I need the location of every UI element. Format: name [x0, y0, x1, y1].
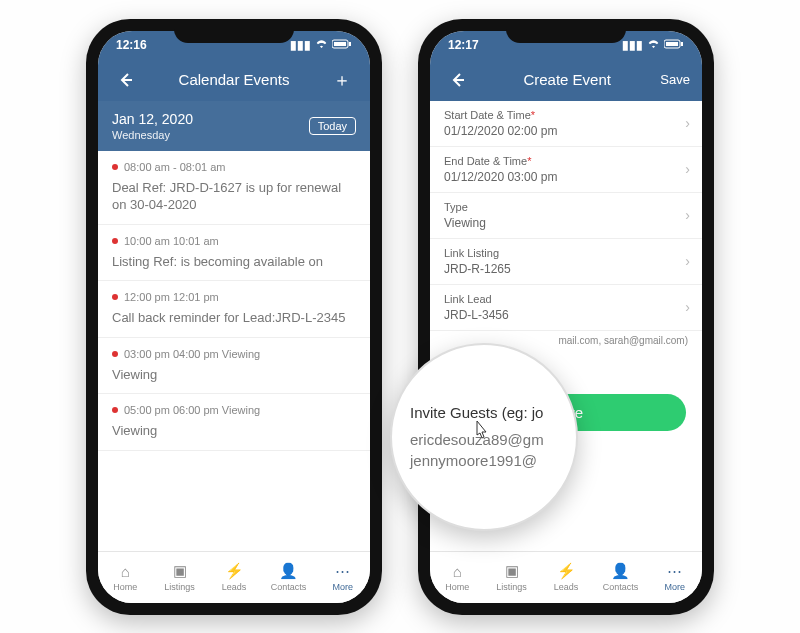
tab-label: Listings [496, 582, 527, 592]
form-field[interactable]: TypeViewing› [430, 193, 702, 239]
event-item[interactable]: 03:00 pm 04:00 pm ViewingViewing [98, 338, 370, 395]
page-title: Create Event [474, 71, 660, 88]
event-time: 12:00 pm 12:01 pm [124, 291, 219, 303]
contacts-icon: 👤 [279, 562, 298, 580]
event-item[interactable]: 08:00 am - 08:01 amDeal Ref: JRD-D-1627 … [98, 151, 370, 225]
clock: 12:16 [116, 38, 147, 52]
event-desc: Deal Ref: JRD-D-1627 is up for renewal o… [112, 179, 356, 214]
tab-label: Home [445, 582, 469, 592]
event-dot-icon [112, 294, 118, 300]
phone-right: 12:17 ▮▮▮ Create Event Save Start Date &… [418, 19, 714, 615]
tab-label: More [333, 582, 354, 592]
form-field[interactable]: Start Date & Time*01/12/2020 02:00 pm› [430, 101, 702, 147]
date-header: Jan 12, 2020 Wednesday Today [98, 101, 370, 151]
status-icons: ▮▮▮ [622, 38, 684, 52]
guest-email: jennymoore1991@ [410, 452, 558, 469]
tab-label: Listings [164, 582, 195, 592]
event-dot-icon [112, 238, 118, 244]
chevron-right-icon: › [685, 161, 690, 177]
field-label: Link Listing [444, 247, 688, 259]
phone-left: 12:16 ▮▮▮ Calendar Events ＋ Jan 12, 2020… [86, 19, 382, 615]
contacts-icon: 👤 [611, 562, 630, 580]
add-button[interactable]: ＋ [326, 68, 358, 92]
back-button[interactable] [110, 72, 142, 88]
field-label: End Date & Time* [444, 155, 688, 167]
event-dot-icon [112, 351, 118, 357]
wifi-icon [315, 38, 328, 52]
notch [174, 19, 294, 43]
tab-contacts[interactable]: 👤Contacts [261, 552, 315, 603]
event-time: 03:00 pm 04:00 pm Viewing [124, 348, 260, 360]
event-item[interactable]: 05:00 pm 06:00 pm ViewingViewing [98, 394, 370, 451]
screen-left: 12:16 ▮▮▮ Calendar Events ＋ Jan 12, 2020… [98, 31, 370, 603]
event-item[interactable]: 10:00 am 10:01 amListing Ref: is becomin… [98, 225, 370, 282]
tab-label: Home [113, 582, 137, 592]
tab-more[interactable]: ⋯More [648, 552, 702, 603]
tab-label: More [665, 582, 686, 592]
leads-icon: ⚡ [557, 562, 576, 580]
chevron-right-icon: › [685, 299, 690, 315]
svg-rect-1 [334, 42, 346, 46]
field-value: Viewing [444, 216, 688, 230]
tab-home[interactable]: ⌂Home [98, 552, 152, 603]
page-title: Calendar Events [142, 71, 326, 88]
more-icon: ⋯ [667, 562, 682, 580]
battery-icon [664, 38, 684, 52]
tab-bar: ⌂Home▣Listings⚡Leads👤Contacts⋯More [98, 551, 370, 603]
battery-icon [332, 38, 352, 52]
svg-rect-5 [681, 42, 683, 46]
event-time: 10:00 am 10:01 am [124, 235, 219, 247]
event-item[interactable]: 12:00 pm 12:01 pmCall back reminder for … [98, 281, 370, 338]
arrow-left-icon [118, 72, 134, 88]
event-desc: Viewing [112, 422, 356, 440]
event-time: 08:00 am - 08:01 am [124, 161, 226, 173]
event-list: 08:00 am - 08:01 amDeal Ref: JRD-D-1627 … [98, 151, 370, 551]
listings-icon: ▣ [505, 562, 519, 580]
clock: 12:17 [448, 38, 479, 52]
field-label: Link Lead [444, 293, 688, 305]
back-button[interactable] [442, 72, 474, 88]
navbar: Calendar Events ＋ [98, 59, 370, 101]
today-button[interactable]: Today [309, 117, 356, 135]
event-desc: Call back reminder for Lead:JRD-L-2345 [112, 309, 356, 327]
required-star: * [531, 109, 535, 121]
field-label: Type [444, 201, 688, 213]
tab-contacts[interactable]: 👤Contacts [593, 552, 647, 603]
listings-icon: ▣ [173, 562, 187, 580]
form-field[interactable]: Link LeadJRD-L-3456› [430, 285, 702, 331]
form-field[interactable]: End Date & Time*01/12/2020 03:00 pm› [430, 147, 702, 193]
event-dot-icon [112, 164, 118, 170]
notch [506, 19, 626, 43]
tab-label: Contacts [603, 582, 639, 592]
field-value: JRD-L-3456 [444, 308, 688, 322]
navbar: Create Event Save [430, 59, 702, 101]
field-value: JRD-R-1265 [444, 262, 688, 276]
form-field[interactable]: Link ListingJRD-R-1265› [430, 239, 702, 285]
chevron-right-icon: › [685, 115, 690, 131]
more-icon: ⋯ [335, 562, 350, 580]
tab-home[interactable]: ⌂Home [430, 552, 484, 603]
home-icon: ⌂ [453, 563, 462, 580]
save-top-button[interactable]: Save [660, 72, 690, 87]
field-value: 01/12/2020 02:00 pm [444, 124, 688, 138]
home-icon: ⌂ [121, 563, 130, 580]
event-desc: Listing Ref: is becoming available on [112, 253, 356, 271]
cursor-icon [470, 419, 492, 451]
chevron-right-icon: › [685, 253, 690, 269]
event-time: 05:00 pm 06:00 pm Viewing [124, 404, 260, 416]
signal-icon: ▮▮▮ [290, 38, 311, 52]
date-label: Jan 12, 2020 [112, 111, 193, 127]
arrow-left-icon [450, 72, 466, 88]
leads-icon: ⚡ [225, 562, 244, 580]
svg-rect-4 [666, 42, 678, 46]
field-value: 01/12/2020 03:00 pm [444, 170, 688, 184]
tab-listings[interactable]: ▣Listings [152, 552, 206, 603]
tab-leads[interactable]: ⚡Leads [539, 552, 593, 603]
tab-leads[interactable]: ⚡Leads [207, 552, 261, 603]
tab-more[interactable]: ⋯More [316, 552, 370, 603]
event-dot-icon [112, 407, 118, 413]
field-label: Start Date & Time* [444, 109, 688, 121]
magnifier-bubble: Invite Guests (eg: jo ericdesouza89@gm j… [390, 343, 578, 531]
required-star: * [527, 155, 531, 167]
tab-listings[interactable]: ▣Listings [484, 552, 538, 603]
